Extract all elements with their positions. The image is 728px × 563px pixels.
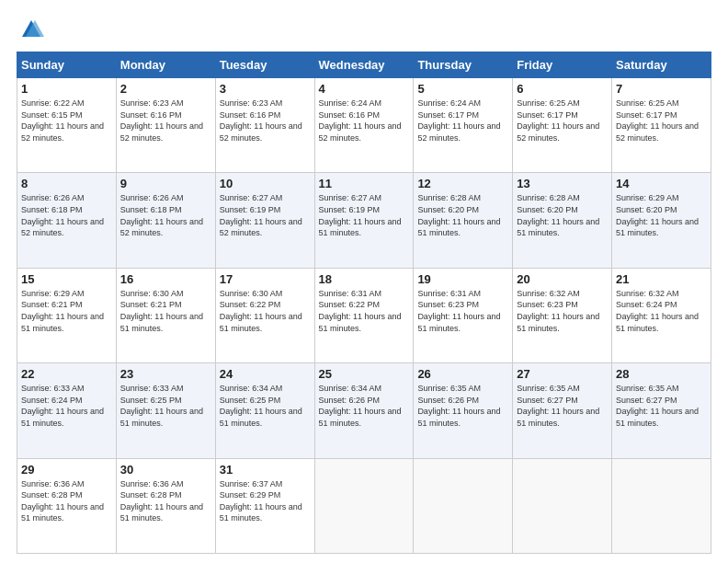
calendar-cell: 12 Sunrise: 6:28 AMSunset: 6:20 PMDaylig… (414, 173, 513, 268)
day-number: 17 (220, 272, 311, 286)
calendar-cell: 19 Sunrise: 6:31 AMSunset: 6:23 PMDaylig… (414, 268, 513, 362)
day-number: 24 (220, 367, 311, 381)
cell-text: Sunrise: 6:30 AMSunset: 6:21 PMDaylight:… (120, 289, 203, 333)
cell-text: Sunrise: 6:36 AMSunset: 6:28 PMDaylight:… (21, 479, 104, 523)
cell-text: Sunrise: 6:27 AMSunset: 6:19 PMDaylight:… (220, 193, 302, 237)
calendar-cell: 25 Sunrise: 6:34 AMSunset: 6:26 PMDaylig… (314, 363, 414, 458)
cell-text: Sunrise: 6:25 AMSunset: 6:17 PMDaylight:… (517, 98, 599, 143)
day-number: 5 (417, 82, 508, 96)
cell-text: Sunrise: 6:36 AMSunset: 6:28 PMDaylight:… (120, 479, 203, 523)
day-number: 25 (319, 367, 410, 381)
calendar-week-row: 1 Sunrise: 6:22 AMSunset: 6:15 PMDayligh… (17, 78, 711, 173)
cell-text: Sunrise: 6:33 AMSunset: 6:25 PMDaylight:… (120, 384, 203, 428)
calendar-cell: 22 Sunrise: 6:33 AMSunset: 6:24 PMDaylig… (17, 363, 117, 458)
logo-icon (18, 17, 44, 42)
calendar-cell: 14 Sunrise: 6:29 AMSunset: 6:20 PMDaylig… (612, 173, 711, 268)
calendar-cell: 31 Sunrise: 6:37 AMSunset: 6:29 PMDaylig… (215, 458, 314, 553)
calendar-cell: 18 Sunrise: 6:31 AMSunset: 6:22 PMDaylig… (314, 268, 414, 362)
calendar-cell (314, 458, 414, 553)
calendar-cell: 10 Sunrise: 6:27 AMSunset: 6:19 PMDaylig… (215, 173, 314, 268)
day-number: 30 (120, 463, 211, 477)
day-number: 11 (319, 177, 410, 190)
cell-text: Sunrise: 6:34 AMSunset: 6:26 PMDaylight:… (319, 384, 402, 428)
calendar-weekday: Sunday (17, 52, 117, 78)
cell-text: Sunrise: 6:22 AMSunset: 6:15 PMDaylight:… (21, 98, 104, 143)
calendar-cell: 21 Sunrise: 6:32 AMSunset: 6:24 PMDaylig… (612, 268, 711, 362)
day-number: 16 (120, 272, 211, 286)
calendar-cell: 28 Sunrise: 6:35 AMSunset: 6:27 PMDaylig… (612, 363, 711, 458)
calendar-cell: 8 Sunrise: 6:26 AMSunset: 6:18 PMDayligh… (17, 173, 117, 268)
day-number: 26 (417, 367, 508, 381)
day-number: 15 (21, 272, 112, 286)
day-number: 9 (120, 177, 211, 190)
calendar-cell (414, 458, 513, 553)
cell-text: Sunrise: 6:28 AMSunset: 6:20 PMDaylight:… (517, 193, 599, 237)
calendar-cell: 26 Sunrise: 6:35 AMSunset: 6:26 PMDaylig… (414, 363, 513, 458)
calendar-cell: 27 Sunrise: 6:35 AMSunset: 6:27 PMDaylig… (513, 363, 612, 458)
day-number: 21 (616, 272, 707, 286)
cell-text: Sunrise: 6:23 AMSunset: 6:16 PMDaylight:… (120, 98, 203, 143)
calendar-weekday: Friday (513, 52, 612, 78)
cell-text: Sunrise: 6:28 AMSunset: 6:20 PMDaylight:… (417, 193, 500, 237)
cell-text: Sunrise: 6:31 AMSunset: 6:23 PMDaylight:… (417, 289, 500, 333)
calendar-weekday: Monday (116, 52, 215, 78)
calendar-cell: 24 Sunrise: 6:34 AMSunset: 6:25 PMDaylig… (215, 363, 314, 458)
calendar-cell: 7 Sunrise: 6:25 AMSunset: 6:17 PMDayligh… (612, 78, 711, 173)
cell-text: Sunrise: 6:32 AMSunset: 6:23 PMDaylight:… (517, 289, 599, 333)
calendar-cell: 23 Sunrise: 6:33 AMSunset: 6:25 PMDaylig… (116, 363, 215, 458)
calendar-cell: 29 Sunrise: 6:36 AMSunset: 6:28 PMDaylig… (17, 458, 117, 553)
day-number: 18 (319, 272, 410, 286)
cell-text: Sunrise: 6:35 AMSunset: 6:27 PMDaylight:… (616, 384, 699, 428)
cell-text: Sunrise: 6:37 AMSunset: 6:29 PMDaylight:… (220, 479, 302, 523)
page: SundayMondayTuesdayWednesdayThursdayFrid… (0, 0, 728, 563)
calendar-cell: 20 Sunrise: 6:32 AMSunset: 6:23 PMDaylig… (513, 268, 612, 362)
calendar-week-row: 29 Sunrise: 6:36 AMSunset: 6:28 PMDaylig… (17, 458, 711, 553)
day-number: 8 (21, 177, 112, 190)
day-number: 3 (220, 82, 311, 96)
cell-text: Sunrise: 6:23 AMSunset: 6:16 PMDaylight:… (220, 98, 302, 143)
calendar-week-row: 15 Sunrise: 6:29 AMSunset: 6:21 PMDaylig… (17, 268, 711, 362)
calendar-cell (612, 458, 711, 553)
day-number: 12 (417, 177, 508, 190)
calendar-weekday: Thursday (414, 52, 513, 78)
calendar-cell: 2 Sunrise: 6:23 AMSunset: 6:16 PMDayligh… (116, 78, 215, 173)
day-number: 2 (120, 82, 211, 96)
calendar-week-row: 22 Sunrise: 6:33 AMSunset: 6:24 PMDaylig… (17, 363, 711, 458)
cell-text: Sunrise: 6:29 AMSunset: 6:21 PMDaylight:… (21, 289, 104, 333)
cell-text: Sunrise: 6:33 AMSunset: 6:24 PMDaylight:… (21, 384, 104, 428)
cell-text: Sunrise: 6:25 AMSunset: 6:17 PMDaylight:… (616, 98, 699, 143)
cell-text: Sunrise: 6:35 AMSunset: 6:27 PMDaylight:… (517, 384, 599, 428)
cell-text: Sunrise: 6:24 AMSunset: 6:16 PMDaylight:… (319, 98, 402, 143)
day-number: 7 (616, 82, 707, 96)
calendar-weekday: Saturday (612, 52, 711, 78)
day-number: 4 (319, 82, 410, 96)
cell-text: Sunrise: 6:24 AMSunset: 6:17 PMDaylight:… (417, 98, 500, 143)
day-number: 6 (517, 82, 608, 96)
day-number: 14 (616, 177, 707, 190)
cell-text: Sunrise: 6:32 AMSunset: 6:24 PMDaylight:… (616, 289, 699, 333)
day-number: 23 (120, 367, 211, 381)
calendar-cell: 30 Sunrise: 6:36 AMSunset: 6:28 PMDaylig… (116, 458, 215, 553)
calendar-header-row: SundayMondayTuesdayWednesdayThursdayFrid… (17, 52, 711, 78)
day-number: 19 (417, 272, 508, 286)
header (17, 17, 711, 42)
day-number: 28 (616, 367, 707, 381)
day-number: 10 (220, 177, 311, 190)
calendar-cell: 13 Sunrise: 6:28 AMSunset: 6:20 PMDaylig… (513, 173, 612, 268)
calendar-cell: 6 Sunrise: 6:25 AMSunset: 6:17 PMDayligh… (513, 78, 612, 173)
day-number: 31 (220, 463, 311, 477)
calendar-cell (513, 458, 612, 553)
calendar-weekday: Wednesday (314, 52, 414, 78)
cell-text: Sunrise: 6:31 AMSunset: 6:22 PMDaylight:… (319, 289, 402, 333)
calendar-cell: 1 Sunrise: 6:22 AMSunset: 6:15 PMDayligh… (17, 78, 117, 173)
calendar-cell: 4 Sunrise: 6:24 AMSunset: 6:16 PMDayligh… (314, 78, 414, 173)
calendar-week-row: 8 Sunrise: 6:26 AMSunset: 6:18 PMDayligh… (17, 173, 711, 268)
day-number: 29 (21, 463, 112, 477)
cell-text: Sunrise: 6:26 AMSunset: 6:18 PMDaylight:… (120, 193, 203, 237)
logo (17, 17, 44, 42)
cell-text: Sunrise: 6:26 AMSunset: 6:18 PMDaylight:… (21, 193, 104, 237)
calendar-table: SundayMondayTuesdayWednesdayThursdayFrid… (17, 52, 711, 554)
calendar-weekday: Tuesday (215, 52, 314, 78)
cell-text: Sunrise: 6:27 AMSunset: 6:19 PMDaylight:… (319, 193, 402, 237)
cell-text: Sunrise: 6:34 AMSunset: 6:25 PMDaylight:… (220, 384, 302, 428)
